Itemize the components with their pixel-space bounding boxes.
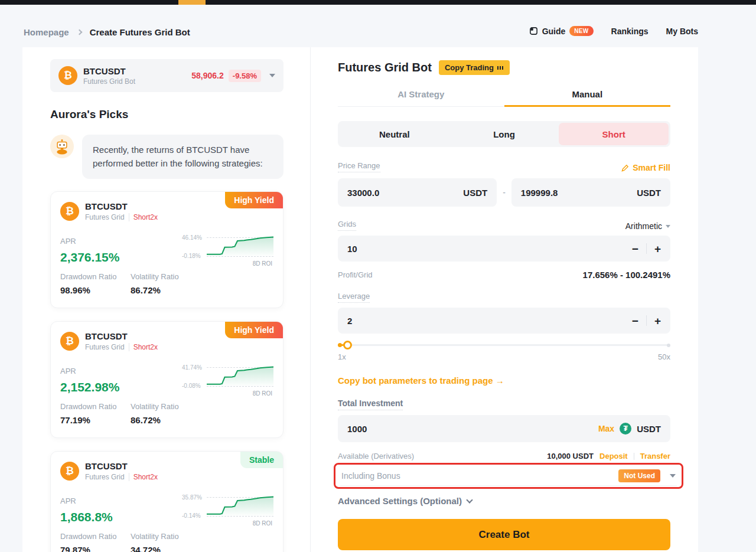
chevron-down-icon <box>666 225 670 228</box>
available-balance: 10,000 USDT <box>547 452 594 460</box>
leverage-min-label: 1x <box>338 352 346 361</box>
mode-short[interactable]: Short <box>559 123 669 145</box>
apr-label: APR <box>60 237 119 246</box>
pair-price: 58,906.2 <box>191 71 224 80</box>
robot-avatar-icon <box>50 135 74 158</box>
chart-high-label: 41.74% <box>182 364 202 371</box>
slider-end-dot <box>667 344 670 347</box>
profit-grid-value: 17.656% - 100.2491% <box>583 270 670 280</box>
strategy-card-1[interactable]: High Yield ₿ BTCUSDT Futures Grid Short2… <box>50 191 284 308</box>
column-divider <box>310 47 311 552</box>
roi-sparkline <box>207 365 273 387</box>
card-strategy-type: Futures Grid <box>85 473 125 481</box>
not-used-badge: Not Used <box>618 469 660 482</box>
browser-top-bar <box>0 0 756 5</box>
including-bonus-label: Including Bonus <box>341 471 400 481</box>
chart-low-label: -0.18% <box>182 253 201 259</box>
create-bot-button[interactable]: Create Bot <box>338 519 670 550</box>
deposit-link[interactable]: Deposit <box>599 452 628 460</box>
price-low-value: 33000.0 <box>347 188 379 198</box>
volatility-label: Volatility Ratio <box>131 402 273 411</box>
slider-track[interactable] <box>338 344 670 346</box>
high-yield-badge: High Yield <box>225 322 283 338</box>
pair-selector-dropdown[interactable]: ₿ BTCUSDT Futures Grid Bot 58,906.2 -9.5… <box>50 59 284 92</box>
card-direction: Short2x <box>129 343 158 351</box>
tab-manual[interactable]: Manual <box>504 84 671 106</box>
max-button[interactable]: Max <box>598 424 614 433</box>
page-header: Homepage Create Futures Grid Bot Guide N… <box>0 5 756 47</box>
price-low-unit: USDT <box>463 188 487 198</box>
stepper-divider <box>646 243 647 254</box>
leverage-slider[interactable] <box>338 341 670 349</box>
roi-mini-chart: 41.74% -0.08% 8D ROI <box>182 364 273 395</box>
grids-value: 10 <box>347 244 357 254</box>
strategy-card-3[interactable]: Stable ₿ BTCUSDT Futures Grid Short2x AP… <box>50 451 284 552</box>
apr-label: APR <box>60 497 113 505</box>
mode-neutral[interactable]: Neutral <box>340 123 449 145</box>
card-direction: Short2x <box>129 473 158 481</box>
available-label: Available (Derivatives) <box>338 452 414 460</box>
pair-symbol: BTCUSDT <box>83 66 135 76</box>
card-metrics: Drawdown Ratio Volatility Ratio 77.19% 8… <box>60 402 273 425</box>
slider-handle[interactable] <box>343 341 352 350</box>
roi-mini-chart: 35.87% -0.14% 8D ROI <box>182 494 273 525</box>
panel-title: Futures Grid Bot <box>338 61 432 74</box>
copy-parameters-link[interactable]: Copy bot parameters to trading page → <box>338 375 670 386</box>
roi-mini-chart: 46.14% -0.18% 8D ROI <box>182 234 273 265</box>
bitcoin-icon: ₿ <box>60 332 79 351</box>
apr-value: 2,152.98% <box>60 380 119 394</box>
price-high-input[interactable]: 199999.8 USDT <box>511 178 670 207</box>
aurora-picks-heading: Aurora's Picks <box>50 108 284 121</box>
my-bots-link[interactable]: My Bots <box>666 27 698 36</box>
grids-decrease-button[interactable]: − <box>632 243 638 254</box>
grids-input[interactable]: 10 − + <box>338 236 670 262</box>
rankings-link[interactable]: Rankings <box>611 27 649 36</box>
price-low-input[interactable]: 33000.0 USDT <box>338 178 497 207</box>
leverage-label: Leverage <box>338 292 370 303</box>
row-underline <box>340 485 677 486</box>
chevron-down-icon[interactable] <box>670 474 676 478</box>
total-investment-input[interactable]: 1000 Max ₮ USDT <box>338 415 670 442</box>
copy-trading-badge[interactable]: Copy Trading <box>439 60 510 75</box>
leverage-increase-button[interactable]: + <box>654 315 661 326</box>
grids-label: Grids <box>338 220 356 231</box>
leverage-input[interactable]: 2 − + <box>338 308 670 334</box>
apr-label: APR <box>60 367 119 375</box>
grid-mode-dropdown[interactable]: Arithmetic <box>625 221 670 231</box>
tab-ai-strategy[interactable]: AI Strategy <box>338 84 504 106</box>
drawdown-label: Drawdown Ratio <box>60 532 131 541</box>
leverage-value: 2 <box>347 316 352 326</box>
bitcoin-icon: ₿ <box>60 462 79 481</box>
guide-link[interactable]: Guide NEW <box>529 26 594 36</box>
price-range-label: Price Range <box>338 161 380 172</box>
leverage-decrease-button[interactable]: − <box>632 315 638 326</box>
including-bonus-row[interactable]: Including Bonus Not Used <box>334 463 683 489</box>
aurora-message-row: Recently, the returns of BTCUSDT have pe… <box>50 135 284 179</box>
investment-value: 1000 <box>347 424 367 434</box>
chevron-down-icon <box>466 497 472 503</box>
mode-long[interactable]: Long <box>449 123 559 145</box>
apr-block: APR 2,376.15% <box>60 237 119 265</box>
breadcrumb-homepage-link[interactable]: Homepage <box>24 27 69 37</box>
grids-increase-button[interactable]: + <box>654 243 661 254</box>
tether-icon: ₮ <box>620 423 631 435</box>
card-direction: Short2x <box>129 213 158 221</box>
chart-caption: 8D ROI <box>253 520 272 527</box>
aurora-message-bubble: Recently, the returns of BTCUSDT have pe… <box>82 135 284 179</box>
apr-block: APR 1,868.8% <box>60 497 113 525</box>
volatility-label: Volatility Ratio <box>131 532 273 541</box>
pair-price-block: 58,906.2 -9.58% <box>191 70 275 82</box>
apr-value: 1,868.8% <box>60 510 113 524</box>
smart-fill-button[interactable]: Smart Fill <box>621 163 670 172</box>
active-tab-underline <box>504 105 671 107</box>
volatility-value: 34.72% <box>131 545 273 552</box>
chevron-down-icon[interactable] <box>269 74 275 77</box>
card-strategy-type: Futures Grid <box>85 213 125 221</box>
strategy-card-2[interactable]: High Yield ₿ BTCUSDT Futures Grid Short2… <box>50 321 284 438</box>
drawdown-value: 98.96% <box>60 285 131 295</box>
chart-high-label: 46.14% <box>182 234 202 241</box>
advanced-settings-toggle[interactable]: Advanced Settings (Optional) <box>338 496 670 506</box>
transfer-link[interactable]: Transfer <box>640 452 670 460</box>
page-title: Create Futures Grid Bot <box>90 27 190 37</box>
chart-low-label: -0.14% <box>182 512 201 519</box>
